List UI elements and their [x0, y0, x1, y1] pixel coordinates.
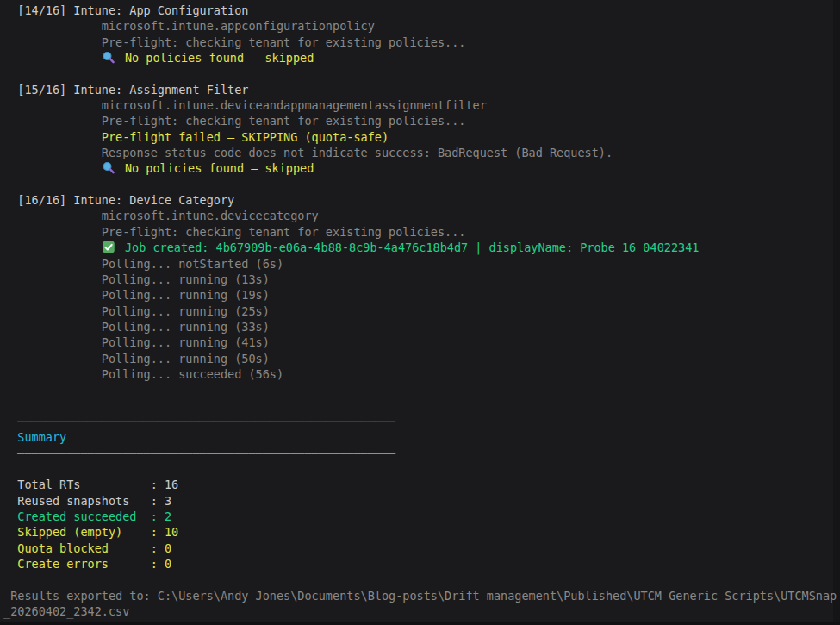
rt-15-preflight-status: Pre-flight: checking tenant for existing… [3, 113, 840, 128]
console-text: [15/16] Intune: Assignment Filter [3, 83, 248, 97]
polling-line-6: Polling... running (41s) [3, 334, 840, 350]
rt-16-resource-type: microsoft.intune.devicecategory [3, 208, 840, 223]
magnifier-icon [102, 51, 116, 64]
console-text [3, 51, 102, 65]
console-text: No policies found — skipped [118, 161, 314, 175]
console-text: Results exported to: C:\Users\Andy Jones… [3, 589, 837, 603]
console-text: [16/16] Intune: Device Category [3, 193, 234, 207]
console-text: No policies found — skipped [118, 51, 314, 65]
console-text: ────────────────────────────────────────… [3, 447, 395, 460]
summary-reused-snapshots: Reused snapshots : 3 [3, 493, 840, 509]
export-path-line-2: _20260402_2342.csv [3, 603, 840, 619]
console-text: Pre-flight failed — SKIPPING (quota-safe… [3, 130, 389, 144]
console-text: Total RTs : 16 [3, 478, 178, 491]
check-icon [102, 241, 116, 253]
polling-line-3: Polling... running (19s) [3, 287, 840, 303]
rt-14-resource-type: microsoft.intune.appconfigurationpolicy [3, 18, 840, 34]
rt-14-header: [14/16] Intune: App Configuration [3, 3, 840, 18]
console-text: Skipped (empty) : 10 [3, 525, 178, 539]
rt-16-preflight-status: Pre-flight: checking tenant for existing… [3, 224, 840, 240]
blank-line [3, 382, 840, 397]
console-text: Job created: 4b67909b-e06a-4b88-8c9b-4a4… [118, 241, 700, 254]
rt-14-skipped-status: No policies found — skipped [3, 50, 840, 66]
console-text: Create errors : 0 [3, 557, 171, 571]
blank-line [3, 461, 840, 477]
polling-line-8: Polling... succeeded (56s) [3, 366, 840, 382]
blank-line [3, 572, 840, 587]
polling-line-1: Polling... notStarted (6s) [3, 256, 840, 272]
console-text: microsoft.intune.appconfigurationpolicy [3, 19, 375, 33]
console-text: Pre-flight: checking tenant for existing… [3, 114, 465, 128]
console-text: [14/16] Intune: App Configuration [3, 3, 248, 17]
console-text: Response status code does not indicate s… [3, 146, 613, 159]
console-text [3, 161, 102, 175]
blank-line [3, 66, 840, 81]
console-text: Created succeeded : 2 [3, 509, 171, 523]
polling-line-7: Polling... running (50s) [3, 351, 840, 366]
polling-line-4: Polling... running (25s) [3, 303, 840, 319]
magnifier-icon [102, 161, 116, 174]
console-text: Quota blocked : 0 [3, 541, 171, 555]
polling-line-5: Polling... running (33s) [3, 319, 840, 334]
export-path-line-1: Results exported to: C:\Users\Andy Jones… [3, 588, 840, 603]
summary-title: Summary [3, 429, 840, 445]
console-text: Pre-flight: checking tenant for existing… [3, 225, 465, 239]
rt-15-error-detail: Response status code does not indicate s… [3, 145, 840, 160]
console-text: ────────────────────────────────────────… [3, 415, 395, 428]
blank-line [3, 177, 840, 192]
summary-create-errors: Create errors : 0 [3, 556, 840, 572]
blank-line [3, 398, 840, 414]
console-text: microsoft.intune.deviceandappmanagementa… [3, 98, 487, 112]
rt-14-preflight-status: Pre-flight: checking tenant for existing… [3, 34, 840, 50]
summary-total-rts: Total RTs : 16 [3, 477, 840, 492]
rt-16-header: [16/16] Intune: Device Category [3, 192, 840, 208]
rt-16-job-created: Job created: 4b67909b-e06a-4b88-8c9b-4a4… [3, 240, 840, 255]
console-text: Polling... running (25s) [3, 304, 270, 318]
console-text [3, 241, 102, 254]
rt-15-resource-type: microsoft.intune.deviceandappmanagementa… [3, 97, 840, 113]
terminal-output: [14/16] Intune: App Configuration micros… [3, 3, 840, 625]
console-text: Polling... succeeded (56s) [3, 367, 283, 381]
console-text: Polling... running (13s) [3, 272, 270, 286]
console-text: Pre-flight: checking tenant for existing… [3, 35, 465, 49]
summary-quota-blocked: Quota blocked : 0 [3, 541, 840, 556]
summary-rule-top: ────────────────────────────────────────… [3, 414, 840, 429]
summary-skipped-empty: Skipped (empty) : 10 [3, 524, 840, 540]
console-text: Polling... running (50s) [3, 352, 270, 366]
console-text: Reused snapshots : 3 [3, 494, 171, 508]
summary-rule-bottom: ────────────────────────────────────────… [3, 446, 840, 461]
panel-bottom-edge [0, 622, 840, 625]
console-text: Polling... running (33s) [3, 320, 270, 334]
console-text: Summary [3, 430, 66, 444]
rt-15-preflight-failed: Pre-flight failed — SKIPPING (quota-safe… [3, 129, 840, 145]
console-text: Polling... notStarted (6s) [3, 257, 283, 271]
console-text: Polling... running (41s) [3, 335, 270, 349]
console-text: microsoft.intune.devicecategory [3, 209, 319, 222]
summary-created-succeeded: Created succeeded : 2 [3, 509, 840, 524]
console-text: Polling... running (19s) [3, 288, 270, 302]
rt-15-header: [15/16] Intune: Assignment Filter [3, 82, 840, 97]
console-text: _20260402_2342.csv [3, 604, 129, 618]
polling-line-2: Polling... running (13s) [3, 272, 840, 287]
rt-15-skipped-status: No policies found — skipped [3, 160, 840, 176]
